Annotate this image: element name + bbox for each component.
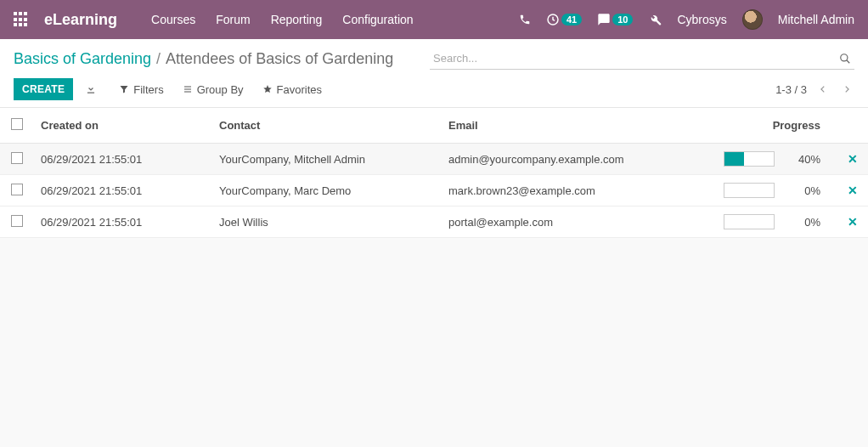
cell-created: 06/29/2021 21:55:01: [34, 144, 212, 175]
col-email[interactable]: Email: [442, 108, 696, 144]
company-switcher[interactable]: Cybrosys: [677, 13, 726, 26]
delete-icon[interactable]: ✕: [848, 152, 858, 166]
favorites-label: Favorites: [277, 83, 322, 96]
create-button[interactable]: CREATE: [14, 78, 73, 100]
main-menu: Courses Forum Reporting Configuration: [151, 13, 414, 26]
list-view: Created on Contact Email Progress 06/29/…: [0, 108, 868, 238]
cell-contact: YourCompany, Marc Demo: [212, 175, 442, 207]
favorites-button[interactable]: Favorites: [262, 83, 322, 96]
breadcrumb-link[interactable]: Basics of Gardening: [14, 50, 151, 68]
cell-contact: Joel Willis: [212, 207, 442, 238]
table-row[interactable]: 06/29/2021 21:55:01YourCompany, Marc Dem…: [0, 175, 868, 207]
menu-reporting[interactable]: Reporting: [271, 13, 323, 26]
col-progress[interactable]: Progress: [696, 108, 837, 144]
groupby-label: Group By: [197, 83, 244, 96]
cell-contact: YourCompany, Mitchell Admin: [212, 144, 442, 175]
search-icon[interactable]: [836, 53, 854, 65]
breadcrumb-current: Attendees of Basics of Gardening: [166, 50, 393, 68]
progress-bar: [724, 183, 775, 198]
search-options: Filters Group By Favorites: [119, 83, 322, 96]
progress-value: 40%: [788, 153, 820, 166]
cell-email: admin@yourcompany.example.com: [442, 144, 696, 175]
download-icon[interactable]: [85, 83, 97, 95]
control-panel: Basics of Gardening / Attendees of Basic…: [0, 39, 868, 108]
user-menu[interactable]: Mitchell Admin: [778, 13, 854, 26]
cell-created: 06/29/2021 21:55:01: [34, 207, 212, 238]
chat-icon[interactable]: 10: [597, 13, 633, 26]
menu-forum[interactable]: Forum: [216, 13, 250, 26]
phone-icon[interactable]: [519, 14, 531, 25]
row-checkbox[interactable]: [11, 215, 23, 227]
top-nav-right: 41 10 Cybrosys Mitchell Admin: [519, 9, 854, 30]
breadcrumb-sep: /: [156, 50, 161, 68]
pager-text: 1-3 / 3: [775, 83, 807, 96]
search-wrap: [430, 48, 854, 70]
pager: 1-3 / 3: [775, 82, 854, 97]
cell-created: 06/29/2021 21:55:01: [34, 175, 212, 207]
delete-icon[interactable]: ✕: [848, 184, 858, 197]
app-brand: eLearning: [44, 11, 117, 29]
breadcrumb: Basics of Gardening / Attendees of Basic…: [14, 50, 393, 68]
tools-icon[interactable]: [648, 13, 662, 26]
delete-icon[interactable]: ✕: [848, 215, 858, 229]
progress-bar: [724, 151, 775, 167]
col-contact[interactable]: Contact: [212, 108, 442, 144]
progress-value: 0%: [788, 216, 820, 229]
row-checkbox[interactable]: [11, 152, 23, 164]
attendees-table: Created on Contact Email Progress 06/29/…: [0, 108, 868, 238]
menu-configuration[interactable]: Configuration: [342, 13, 413, 26]
groupby-button[interactable]: Group By: [183, 83, 244, 96]
activity-badge: 41: [561, 14, 582, 25]
filters-button[interactable]: Filters: [119, 83, 163, 96]
chat-badge: 10: [612, 14, 633, 25]
menu-courses[interactable]: Courses: [151, 13, 195, 26]
progress-value: 0%: [788, 184, 820, 197]
pager-next-icon[interactable]: [839, 82, 854, 97]
cell-email: portal@example.com: [442, 207, 696, 238]
top-nav: eLearning Courses Forum Reporting Config…: [0, 0, 868, 39]
avatar[interactable]: [742, 9, 763, 30]
apps-icon[interactable]: [14, 12, 29, 27]
svg-point-1: [841, 54, 848, 60]
select-all-checkbox[interactable]: [11, 118, 23, 130]
row-checkbox[interactable]: [11, 184, 23, 195]
filters-label: Filters: [133, 83, 163, 96]
table-row[interactable]: 06/29/2021 21:55:01Joel Willisportal@exa…: [0, 207, 868, 238]
progress-bar: [724, 214, 775, 229]
activity-icon[interactable]: 41: [546, 13, 582, 26]
pager-prev-icon[interactable]: [815, 82, 831, 97]
cell-email: mark.brown23@example.com: [442, 175, 696, 207]
search-input[interactable]: [430, 48, 836, 69]
table-row[interactable]: 06/29/2021 21:55:01YourCompany, Mitchell…: [0, 144, 868, 175]
col-created[interactable]: Created on: [34, 108, 212, 144]
